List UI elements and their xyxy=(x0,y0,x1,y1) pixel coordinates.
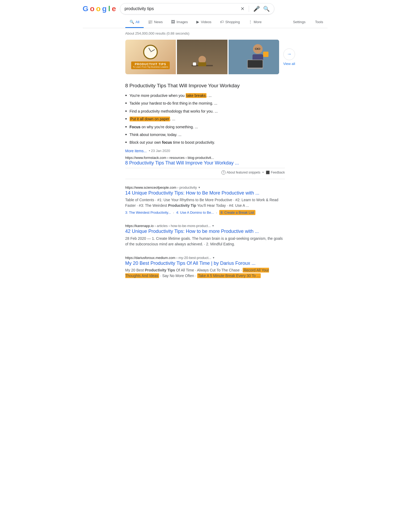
microphone-icon: 🎤 xyxy=(253,6,260,12)
tab-shopping[interactable]: 🏷 Shopping xyxy=(216,17,244,28)
result-1-breadcrumb: › productivity xyxy=(177,185,197,189)
result-3-dropdown-icon[interactable]: ▾ xyxy=(213,256,214,259)
bullet-item-1: You're more productive when you take bre… xyxy=(125,92,285,100)
search-button[interactable]: 🔍 xyxy=(263,6,270,12)
result-2-breadcrumb: › articles › how-to-be-more-product... xyxy=(155,224,211,228)
tab-all-label: All xyxy=(136,20,139,24)
result-1-title[interactable]: 14 Unique Productivity Tips: How to Be M… xyxy=(125,190,285,196)
bullet-text-3: Find a productivity methodology that wor… xyxy=(130,108,218,114)
result-1-bold: Productivity Tip xyxy=(168,203,196,208)
feedback-button[interactable]: ⬛ Feedback xyxy=(266,171,285,174)
result-1-sublinks: 3: The Weirdest Productivity... · 4: Use… xyxy=(125,210,285,215)
image-strip[interactable]: PRODUCTIVIT TIPS To Learn From Top Busin… xyxy=(125,40,279,74)
sublink-separator-1: · xyxy=(173,211,174,215)
tab-videos[interactable]: ▶ Videos xyxy=(192,17,216,28)
result-1-snippet: Table of Contents · #1: Use Your Rhythms… xyxy=(125,197,285,208)
news-tab-icon: 📰 xyxy=(148,20,152,24)
result-3-breadcrumb: › my-20-best-product... xyxy=(176,256,212,260)
result-1-sublink-1[interactable]: 3: The Weirdest Productivity... xyxy=(125,211,171,215)
snippet-footer: ? About featured snippets • ⬛ Feedback xyxy=(125,168,285,175)
tab-all[interactable]: 🔍 All xyxy=(125,17,144,28)
search-result-1: https://www.scienceofpeople.com › produc… xyxy=(125,181,285,220)
tools-label: Tools xyxy=(315,20,323,24)
google-logo: G o o g l e xyxy=(83,5,116,13)
featured-url-text: https://www.formstack.com › resources › … xyxy=(125,156,214,160)
svg-rect-2 xyxy=(198,62,206,66)
image-strip-container: PRODUCTIVIT TIPS To Learn From Top Busin… xyxy=(83,38,328,79)
result-1-sublink-3[interactable]: 8: Create a Break List xyxy=(219,210,255,215)
logo-l: l xyxy=(108,5,110,13)
result-1-url: https://www.scienceofpeople.com › produc… xyxy=(125,185,285,189)
search-tab-icon: 🔍 xyxy=(130,20,134,24)
search-icons: ✕ 🎤 🔍 xyxy=(241,6,270,12)
image-title: PRODUCTIVIT TIPS xyxy=(133,63,168,66)
footer-dot-separator: • xyxy=(263,171,264,174)
bullet-text-6: Think about tomorrow, today. ... xyxy=(130,132,181,138)
tab-tools[interactable]: Tools xyxy=(311,17,327,28)
bullet-item-7: Block out your own focus time to boost p… xyxy=(125,139,285,146)
result-2-snippet: 28 Feb 2020 — 1. Create lifetime goals. … xyxy=(125,236,285,247)
search-icon: 🔍 xyxy=(263,6,270,12)
logo-o1: o xyxy=(90,5,94,13)
tab-shopping-label: Shopping xyxy=(225,20,240,24)
featured-link[interactable]: 8 Productivity Tips That Will Improve Yo… xyxy=(125,160,285,166)
featured-bullet-list: You're more productive when you take bre… xyxy=(125,92,285,147)
result-1-sublink-2[interactable]: 4: Use A Domino to Be... xyxy=(176,211,214,215)
result-2-dropdown-icon[interactable]: ▾ xyxy=(212,224,214,228)
more-items-link[interactable]: More items... xyxy=(125,149,147,153)
tab-more[interactable]: ⋮ More xyxy=(244,17,266,28)
bullet-text-7: Block out your own focus time to boost p… xyxy=(130,139,215,145)
featured-date: • 23 Jan 2020 xyxy=(149,149,170,153)
clock-minute-hand xyxy=(150,49,155,52)
view-all-button[interactable]: → View all xyxy=(283,48,295,66)
view-all-arrow-icon: → xyxy=(283,48,295,60)
result-1-url-text: https://www.scienceofpeople.com › produc… xyxy=(125,185,197,189)
tab-images[interactable]: 🖼 Images xyxy=(167,17,192,28)
result-1-dropdown-icon[interactable]: ▾ xyxy=(198,186,200,189)
clear-icon: ✕ xyxy=(241,6,245,12)
image-strip-item-1[interactable]: PRODUCTIVIT TIPS To Learn From Top Busin… xyxy=(125,40,176,74)
main-content: 8 Productivity Tips That Will Improve Yo… xyxy=(83,79,285,283)
shopping-tab-icon: 🏷 xyxy=(220,20,224,24)
nav-tabs: 🔍 All 📰 News 🖼 Images ▶ Videos 🏷 Shoppin… xyxy=(83,17,328,28)
bold-focus-1: Focus xyxy=(130,125,140,129)
svg-point-1 xyxy=(198,56,206,63)
tab-news-label: News xyxy=(154,20,163,24)
result-3-title[interactable]: My 20 Best Productivity Tips Of All Time… xyxy=(125,260,285,266)
image-strip-item-3[interactable] xyxy=(229,40,279,74)
svg-point-4 xyxy=(193,62,196,63)
results-count: About 254,000,000 results (0.88 seconds) xyxy=(125,31,189,35)
voice-search-button[interactable]: 🎤 xyxy=(253,6,260,12)
result-3-snippet: My 20 Best Productivity Tips Of All Time… xyxy=(125,267,285,279)
svg-rect-13 xyxy=(263,52,268,57)
result-3-url: https://dariusforoux.medium.com › my-20-… xyxy=(125,256,285,260)
result-2-title[interactable]: 42 Unique Productivity Tips: How to be m… xyxy=(125,228,285,234)
nav-right: Settings Tools xyxy=(289,17,327,28)
highlight-take-breaks: take breaks xyxy=(186,93,206,98)
logo-g: G xyxy=(83,5,88,13)
tab-more-label: More xyxy=(254,20,262,24)
tab-settings[interactable]: Settings xyxy=(289,17,310,28)
more-tab-icon: ⋮ xyxy=(249,20,252,24)
featured-url: https://www.formstack.com › resources › … xyxy=(125,156,285,160)
bullet-item-4: Put it all down on paper. ... xyxy=(125,115,285,123)
about-featured-snippets[interactable]: ? About featured snippets xyxy=(221,170,260,175)
clock-icon xyxy=(143,45,158,59)
clear-button[interactable]: ✕ xyxy=(241,6,245,12)
result-3-url-text: https://dariusforoux.medium.com › my-20-… xyxy=(125,256,212,260)
sublink-separator-2: · xyxy=(216,211,217,215)
settings-label: Settings xyxy=(293,20,305,24)
image-strip-item-2[interactable] xyxy=(177,40,227,74)
about-snippets-text: About featured snippets xyxy=(227,171,260,174)
header: G o o g l e ✕ 🎤 🔍 xyxy=(83,0,328,17)
images-tab-icon: 🖼 xyxy=(171,20,175,24)
highlight-put-it-down: Put it all down on paper xyxy=(130,117,170,121)
search-input[interactable] xyxy=(125,6,238,11)
image-subtitle: To Learn From Top Business Leaders xyxy=(133,66,168,68)
bullet-text-5: Focus on why you're doing something. ... xyxy=(130,124,198,130)
logo-g2: g xyxy=(102,5,106,13)
search-result-2: https://karenapp.io › articles › how-to-… xyxy=(125,220,285,251)
tab-images-label: Images xyxy=(176,20,188,24)
tab-news[interactable]: 📰 News xyxy=(144,17,167,28)
question-mark-icon: ? xyxy=(221,170,226,175)
